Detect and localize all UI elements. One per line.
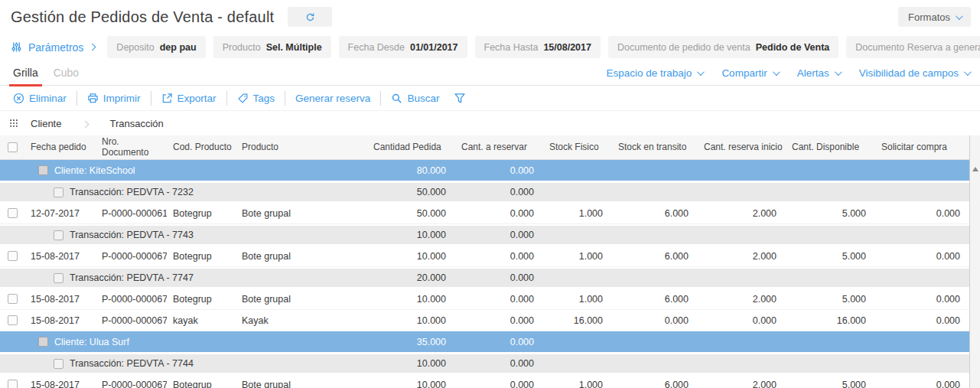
table-row[interactable]: 15-08-2017P-0000-00006710BotegrupBote gr… (0, 289, 969, 310)
table-cell: 0.000 (875, 315, 969, 326)
column-header-stock-en-transito[interactable]: Stock en transito (612, 142, 698, 153)
table-cell: Botegrup (167, 294, 236, 305)
group-row[interactable]: Cliente: Ulua Surf35.0000.000 (0, 331, 969, 353)
table-cell: 12-07-2017 (24, 208, 96, 219)
table-cell: 16.000 (543, 315, 612, 326)
param-chip-deposito[interactable]: Depositodep pau (107, 36, 205, 58)
group-label-text: Cliente: KiteSchool (54, 165, 135, 176)
table-cell: 2.000 (698, 251, 786, 262)
table-cell: 15-08-2017 (24, 380, 96, 388)
toolbar-button-label: Exportar (177, 93, 217, 104)
group-by-transaccion[interactable]: Transacción (109, 118, 163, 129)
parameters-label: Parámetros (28, 41, 83, 54)
toolbar-button-tags[interactable]: Tags (227, 93, 285, 104)
column-header-cant-disponible[interactable]: Cant. Disponible (786, 142, 875, 153)
toolbar-button-label: Imprimir (103, 93, 141, 104)
title-bar: Gestión de Pedidos de Venta - default Fo… (0, 0, 980, 34)
table-row[interactable]: 15-08-2017P-0000-00006710kayakKayak10.00… (0, 310, 969, 331)
parameters-toggle[interactable]: Parámetros (11, 41, 95, 54)
page-title: Gestión de Pedidos de Venta - default (11, 8, 274, 26)
data-grid: Fecha pedidoNro. DocumentoCod. ProductoP… (0, 135, 969, 388)
toolbar-button-label: Buscar (407, 93, 439, 104)
chevron-down-icon (956, 12, 963, 20)
subgroup-row[interactable]: Transacción: PEDVTA - 774410.0000.000 (0, 353, 969, 374)
tag-icon (237, 93, 249, 104)
subgroup-row[interactable]: Transacción: PEDVTA - 774720.0000.000 (0, 267, 969, 289)
view-link-visibilidad-de-campos[interactable]: Visibilidad de campos (859, 67, 969, 79)
select-all-checkbox[interactable] (8, 142, 18, 152)
table-cell: P-0000-00006710 (96, 315, 167, 326)
table-row[interactable]: 12-07-2017P-0000-00006195BotegrupBote gr… (0, 203, 969, 224)
toolbar-button-label: Generar reserva (295, 93, 370, 104)
table-row[interactable]: 15-08-2017P-0000-00006707BotegrupBote gr… (0, 374, 969, 388)
group-row[interactable]: Cliente: KiteSchool80.0000.000 (0, 160, 969, 181)
toolbar-button-exportar[interactable]: Exportar (151, 93, 226, 104)
column-header-cantidad-pedida[interactable]: Cantidad Pedida (367, 142, 455, 153)
filter-funnel-button[interactable] (449, 92, 470, 104)
row-checkbox[interactable] (8, 294, 18, 304)
param-chip-value: 01/01/2017 (410, 42, 458, 53)
table-cell: Kayak (236, 315, 367, 326)
column-header-producto[interactable]: Producto (236, 142, 367, 153)
table-cell: 0.000 (875, 294, 969, 305)
view-link-espacio-de-trabajo[interactable]: Espacio de trabajo (607, 67, 703, 79)
param-chip-producto[interactable]: ProductoSel. Múltiple (213, 36, 331, 58)
formatos-button[interactable]: Formatos (898, 7, 971, 27)
group-by-cliente[interactable]: Cliente (31, 118, 61, 129)
table-cell: Botegrup (167, 380, 236, 388)
column-header-cod-producto[interactable]: Cod. Producto (167, 142, 236, 153)
tab-cubo[interactable]: Cubo (51, 60, 81, 86)
column-header-stock-fisico[interactable]: Stock Fisico (543, 142, 612, 153)
toolbar-button-label: Eliminar (29, 93, 67, 104)
column-header-cant-a-reservar[interactable]: Cant. a reservar (455, 142, 543, 153)
tab-grilla[interactable]: Grilla (11, 60, 41, 86)
refresh-button[interactable] (288, 7, 332, 27)
toolbar-button-generar-reserva[interactable]: Generar reserva (285, 93, 380, 104)
table-cell: 50.000 (367, 208, 455, 219)
grid-handle-icon[interactable] (9, 119, 18, 128)
row-checkbox[interactable] (8, 380, 18, 388)
param-chip-fecha-hasta[interactable]: Fecha Hasta15/08/2017 (475, 36, 601, 58)
group-label: Transacción: PEDVTA - 7744 (0, 358, 367, 369)
table-cell: 1.000 (543, 208, 612, 219)
vertical-scrollbar[interactable] (969, 135, 980, 388)
column-header-cant-reserva-inicio[interactable]: Cant. reserva inicio (698, 142, 786, 153)
param-chip-documento-reserva-a-generar[interactable]: Documento Reserva a generarpedido de ven… (846, 36, 980, 58)
grouping-row: Cliente Transacción (0, 110, 980, 135)
toolbar-button-buscar[interactable]: Buscar (381, 93, 449, 104)
group-checkbox[interactable] (54, 273, 63, 283)
group-checkbox[interactable] (38, 165, 48, 175)
column-header-nro-documento[interactable]: Nro. Documento (96, 137, 167, 158)
funnel-icon (454, 92, 466, 104)
table-row[interactable]: 15-08-2017P-0000-00006706BotegrupBote gr… (0, 246, 969, 267)
group-checkbox[interactable] (54, 230, 63, 240)
view-link-alertas[interactable]: Alertas (797, 67, 840, 79)
group-cant-a-reservar: 0.000 (455, 337, 543, 347)
chevron-right-icon (83, 116, 88, 130)
group-label: Transacción: PEDVTA - 7232 (0, 187, 367, 197)
table-cell: P-0000-00006707 (96, 380, 167, 388)
group-checkbox[interactable] (38, 337, 48, 347)
table-cell: 0.000 (455, 380, 543, 388)
table-cell: 0.000 (455, 294, 543, 305)
table-cell: Bote grupal (236, 208, 367, 219)
row-checkbox[interactable] (8, 315, 18, 325)
row-checkbox[interactable] (8, 251, 18, 261)
view-link-compartir[interactable]: Compartir (721, 67, 777, 79)
row-checkbox[interactable] (8, 208, 18, 218)
param-chip-documento-de-pedido-de-venta[interactable]: Documento de pedido de ventaPedido de Ve… (608, 36, 838, 58)
printer-icon (87, 93, 99, 104)
view-links: Espacio de trabajoCompartirAlertasVisibi… (607, 67, 969, 79)
group-checkbox[interactable] (54, 359, 63, 369)
param-chip-fecha-desde[interactable]: Fecha Desde01/01/2017 (339, 36, 467, 58)
subgroup-row[interactable]: Transacción: PEDVTA - 774310.0000.000 (0, 224, 969, 246)
toolbar-button-eliminar[interactable]: Eliminar (3, 93, 77, 104)
column-header-fecha-pedido[interactable]: Fecha pedido (24, 142, 96, 153)
view-link-label: Compartir (721, 67, 767, 79)
param-chip-label: Fecha Hasta (484, 42, 539, 53)
table-cell: 10.000 (367, 251, 455, 262)
subgroup-row[interactable]: Transacción: PEDVTA - 723250.0000.000 (0, 181, 969, 203)
toolbar-button-imprimir[interactable]: Imprimir (77, 93, 151, 104)
group-checkbox[interactable] (54, 187, 63, 197)
column-header-solicitar-compra[interactable]: Solicitar compra (875, 142, 969, 153)
